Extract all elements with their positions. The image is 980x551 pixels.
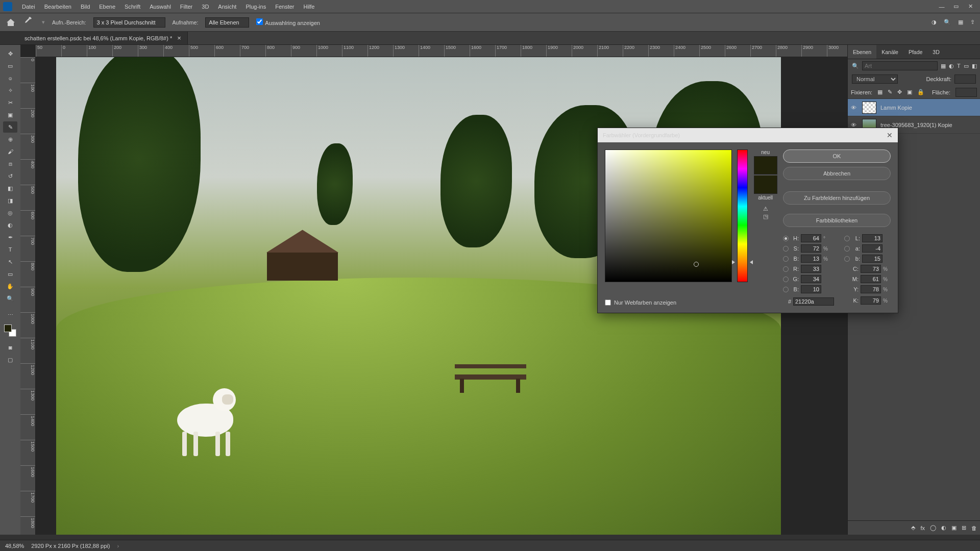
document-dimensions[interactable]: 2920 Px x 2160 Px (182,88 ppi) [31,543,110,549]
opacity-input[interactable] [954,74,976,84]
layer-name[interactable]: tree-3095683_1920(1) Kopie [880,122,952,128]
bc-input[interactable] [801,285,821,293]
window-close[interactable]: ✕ [964,2,977,11]
lock-paint-icon[interactable]: ✎ [888,89,892,95]
history-brush-tool[interactable]: ↺ [3,170,17,182]
hex-input[interactable] [793,297,834,306]
menu-ansicht[interactable]: Ansicht [213,0,241,13]
document-tab[interactable]: schatten erstellen.psdc bei 48,6% (Lamm … [0,32,188,44]
menu-schrift[interactable]: Schrift [120,0,145,13]
close-tab-icon[interactable]: × [177,34,181,42]
search-icon[interactable]: 🔍 [852,63,859,69]
shape-tool[interactable]: ▭ [3,268,17,280]
eyedropper-icon[interactable] [23,17,35,28]
websafe-icon[interactable]: ◳ [763,213,768,220]
blend-mode-select[interactable]: Normal [852,74,898,84]
menu-filter[interactable]: Filter [176,0,197,13]
dialog-close-icon[interactable]: ✕ [887,131,893,139]
home-icon[interactable] [5,17,16,28]
hue-pointer[interactable] [735,260,750,262]
workspace-icon[interactable]: ▦ [958,19,963,26]
pen-tool[interactable]: ✒ [3,232,17,243]
menu-datei[interactable]: Datei [17,0,40,13]
a-input[interactable] [862,244,883,253]
l-input[interactable] [862,234,883,242]
r-input[interactable] [801,265,821,273]
path-tool[interactable]: ↖ [3,256,17,267]
menu-fenster[interactable]: Fenster [271,0,299,13]
stamp-tool[interactable]: ⧈ [3,158,17,169]
dodge-tool[interactable]: ◐ [3,219,17,231]
r-radio[interactable] [783,266,789,272]
eyedropper-tool[interactable]: ✎ [3,121,17,133]
a-radio[interactable] [844,246,850,252]
link-layers-icon[interactable]: ⬘ [911,524,915,531]
menu-ebene[interactable]: Ebene [94,0,120,13]
new-layer-icon[interactable]: ⊞ [962,524,966,531]
share-icon[interactable]: ⇪ [970,19,975,26]
sample-select[interactable]: Alle Ebenen [205,17,249,28]
mask-icon[interactable]: ◯ [930,524,936,531]
tab-paths[interactable]: Pfade [903,45,927,59]
warning-icon[interactable]: ⚠ [763,206,768,212]
c-input[interactable] [861,265,881,273]
b-input[interactable] [862,255,883,263]
wand-tool[interactable]: ✧ [3,85,17,96]
bc-radio[interactable] [783,287,789,292]
saturation-brightness-field[interactable] [605,149,732,282]
fx-icon[interactable]: fx [920,525,925,531]
visibility-icon[interactable]: 👁 [851,122,858,128]
current-color-swatch[interactable] [754,176,777,194]
s-radio[interactable] [783,246,789,252]
lock-transparent-icon[interactable]: ▦ [877,89,883,95]
menu-bild[interactable]: Bild [76,0,94,13]
filter-pixel-icon[interactable]: ▦ [941,63,946,69]
window-minimize[interactable]: — [935,2,948,11]
crop-tool[interactable]: ✂ [3,97,17,108]
tab-layers[interactable]: Ebenen [848,45,876,59]
adjustment-icon[interactable]: ◐ [941,524,946,531]
m-input[interactable] [861,275,881,283]
heal-tool[interactable]: ⊕ [3,134,17,145]
tab-channels[interactable]: Kanäle [876,45,903,59]
status-menu-icon[interactable]: › [117,543,119,549]
b-radio[interactable] [844,256,850,262]
add-swatch-button[interactable]: Zu Farbfeldern hinzufügen [783,191,891,205]
foreground-swatch[interactable] [4,324,12,332]
k-input[interactable] [861,296,881,305]
visibility-icon[interactable]: 👁 [851,105,858,111]
layer-row[interactable]: 👁Lamm Kopie [848,99,980,116]
menu-auswahl[interactable]: Auswahl [145,0,176,13]
layer-thumbnail[interactable] [862,102,876,114]
type-tool[interactable]: T [3,244,17,255]
delete-layer-icon[interactable]: 🗑 [971,525,977,531]
gradient-tool[interactable]: ◨ [3,195,17,206]
y-input[interactable] [861,285,881,293]
lasso-tool[interactable]: ⌾ [3,72,17,84]
web-only-checkbox[interactable] [605,299,611,306]
tab-3d[interactable]: 3D [927,45,944,59]
zoom-level[interactable]: 48,58% [5,543,24,549]
screenmode-tool[interactable]: ▢ [3,354,17,365]
layer-name[interactable]: Lamm Kopie [880,105,912,111]
filter-adjust-icon[interactable]: ◐ [949,63,954,69]
bv-radio[interactable] [783,256,789,262]
blur-tool[interactable]: ◎ [3,207,17,218]
h-radio[interactable] [783,236,789,241]
menu-3d[interactable]: 3D [197,0,213,13]
color-swatches[interactable] [4,324,16,337]
dialog-titlebar[interactable]: Farbwähler (Vordergrundfarbe) ✕ [598,128,898,142]
lock-position-icon[interactable]: ✥ [897,89,902,95]
g-radio[interactable] [783,277,789,282]
frame-tool[interactable]: ▣ [3,109,17,120]
bv-input[interactable] [801,255,821,263]
show-selection-checkbox[interactable]: Auswahlring anzeigen [256,18,320,26]
hue-slider[interactable] [737,149,748,282]
lock-all-icon[interactable]: 🔒 [917,89,924,95]
filter-type-icon[interactable]: T [957,63,961,69]
sample-range-select[interactable]: 3 x 3 Pixel Durchschnitt [93,17,165,28]
s-input[interactable] [801,244,821,253]
h-input[interactable] [801,234,821,242]
g-input[interactable] [801,275,821,283]
brush-tool[interactable]: 🖌 [3,146,17,157]
